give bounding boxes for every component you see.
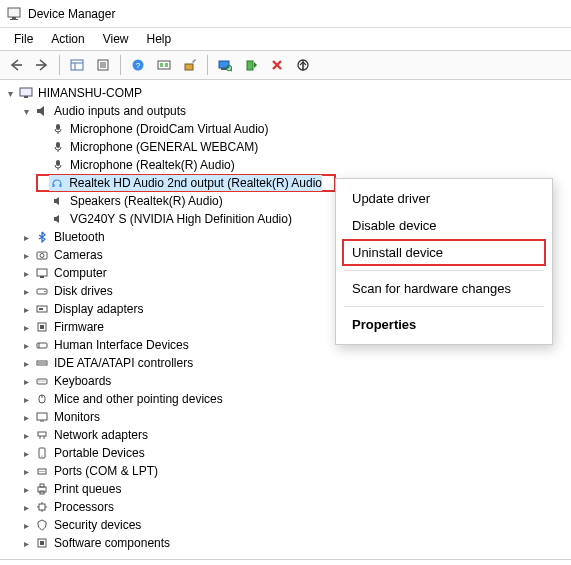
- context-uninstall-device[interactable]: Uninstall device: [342, 239, 546, 266]
- computer-icon: [18, 85, 34, 101]
- expand-icon[interactable]: ▸: [20, 321, 32, 333]
- speaker-icon: [50, 193, 66, 209]
- tree-category-ide[interactable]: ▸IDE ATA/ATAPI controllers: [4, 354, 571, 372]
- svg-rect-35: [37, 269, 47, 276]
- toolbar-separator: [120, 55, 121, 75]
- tree-category-monitors[interactable]: ▸Monitors: [4, 408, 571, 426]
- expand-icon[interactable]: ▸: [20, 249, 32, 261]
- enable-device-button[interactable]: [239, 53, 263, 77]
- menu-view[interactable]: View: [95, 30, 137, 48]
- svg-rect-1: [12, 17, 16, 19]
- svg-rect-20: [247, 61, 253, 70]
- help-button[interactable]: ?: [126, 53, 150, 77]
- tree-category-network[interactable]: ▸Network adapters: [4, 426, 571, 444]
- tree-device-selected[interactable]: Realtek HD Audio 2nd output (Realtek(R) …: [36, 174, 336, 192]
- svg-rect-0: [8, 8, 20, 17]
- action-view-button[interactable]: [152, 53, 176, 77]
- menu-file[interactable]: File: [6, 30, 41, 48]
- expand-icon[interactable]: ▸: [20, 339, 32, 351]
- tree-category-keyboards[interactable]: ▸Keyboards: [4, 372, 571, 390]
- network-icon: [34, 427, 50, 443]
- expand-icon[interactable]: ▸: [20, 519, 32, 531]
- tree-node-label: Ports (COM & LPT): [54, 464, 158, 478]
- expand-icon[interactable]: ▸: [20, 393, 32, 405]
- svg-rect-36: [40, 276, 44, 278]
- back-button[interactable]: [4, 53, 28, 77]
- expand-icon[interactable]: ▸: [20, 357, 32, 369]
- svg-point-60: [41, 455, 42, 456]
- ports-icon: [34, 463, 50, 479]
- tree-device[interactable]: Microphone (GENERAL WEBCAM): [4, 138, 571, 156]
- expand-icon[interactable]: ▸: [20, 447, 32, 459]
- expand-icon[interactable]: ▸: [20, 231, 32, 243]
- tree-node-label: VG240Y S (NVIDIA High Definition Audio): [70, 212, 292, 226]
- ide-controller-icon: [34, 355, 50, 371]
- tree-category-security[interactable]: ▸Security devices: [4, 516, 571, 534]
- expand-icon[interactable]: ▸: [20, 537, 32, 549]
- svg-rect-25: [56, 124, 60, 130]
- toolbar: ?: [0, 50, 571, 80]
- svg-rect-2: [10, 19, 18, 20]
- disable-device-button[interactable]: [291, 53, 315, 77]
- svg-point-51: [45, 381, 46, 382]
- svg-line-19: [231, 70, 233, 72]
- menu-help[interactable]: Help: [139, 30, 180, 48]
- expand-icon[interactable]: ▾: [20, 105, 32, 117]
- svg-rect-40: [39, 308, 43, 310]
- disk-icon: [34, 283, 50, 299]
- expand-icon[interactable]: ▸: [20, 303, 32, 315]
- tree-node-label: Cameras: [54, 248, 103, 262]
- tree-node-label: Keyboards: [54, 374, 111, 388]
- tree-category-processors[interactable]: ▸Processors: [4, 498, 571, 516]
- scan-hardware-button[interactable]: [213, 53, 237, 77]
- speaker-icon: [34, 103, 50, 119]
- svg-point-63: [41, 471, 42, 472]
- context-update-driver[interactable]: Update driver: [336, 185, 552, 212]
- tree-root[interactable]: ▾ HIMANSHU-COMP: [4, 84, 571, 102]
- tree-node-label: Print queues: [54, 482, 121, 496]
- expand-icon[interactable]: ▸: [20, 285, 32, 297]
- menu-action[interactable]: Action: [43, 30, 92, 48]
- speaker-icon: [50, 211, 66, 227]
- svg-rect-16: [219, 61, 229, 68]
- expand-icon[interactable]: ▸: [20, 411, 32, 423]
- tree-category-mice[interactable]: ▸Mice and other pointing devices: [4, 390, 571, 408]
- svg-rect-31: [53, 184, 55, 187]
- context-disable-device[interactable]: Disable device: [336, 212, 552, 239]
- computer-icon: [34, 265, 50, 281]
- expand-icon[interactable]: ▸: [20, 375, 32, 387]
- microphone-icon: [50, 139, 66, 155]
- expand-icon[interactable]: ▸: [20, 465, 32, 477]
- update-driver-button[interactable]: [178, 53, 202, 77]
- tree-device[interactable]: Microphone (DroidCam Virtual Audio): [4, 120, 571, 138]
- expand-icon[interactable]: ▾: [4, 87, 16, 99]
- uninstall-device-button[interactable]: [265, 53, 289, 77]
- tree-device[interactable]: Microphone (Realtek(R) Audio): [4, 156, 571, 174]
- context-properties[interactable]: Properties: [336, 311, 552, 338]
- svg-point-50: [43, 381, 44, 382]
- svg-text:?: ?: [136, 61, 141, 70]
- svg-rect-12: [158, 61, 170, 69]
- tree-node-label: Display adapters: [54, 302, 143, 316]
- forward-button[interactable]: [30, 53, 54, 77]
- tree-category-software[interactable]: ▸Software components: [4, 534, 571, 552]
- tree-category-audio[interactable]: ▾ Audio inputs and outputs: [4, 102, 571, 120]
- tree-node-label: Firmware: [54, 320, 104, 334]
- tree-category-print-queues[interactable]: ▸Print queues: [4, 480, 571, 498]
- monitor-icon: [34, 409, 50, 425]
- tree-node-label: Realtek HD Audio 2nd output (Realtek(R) …: [69, 176, 322, 190]
- expand-icon[interactable]: ▸: [20, 501, 32, 513]
- context-scan-hardware[interactable]: Scan for hardware changes: [336, 275, 552, 302]
- properties-button[interactable]: [91, 53, 115, 77]
- titlebar: Device Manager: [0, 0, 571, 28]
- show-hide-tree-button[interactable]: [65, 53, 89, 77]
- tree-node-label: Mice and other pointing devices: [54, 392, 223, 406]
- svg-point-49: [41, 381, 42, 382]
- svg-rect-32: [60, 184, 62, 187]
- expand-icon[interactable]: ▸: [20, 267, 32, 279]
- expand-icon[interactable]: ▸: [20, 483, 32, 495]
- tree-category-portable[interactable]: ▸Portable Devices: [4, 444, 571, 462]
- expand-icon[interactable]: ▸: [20, 429, 32, 441]
- tree-category-ports[interactable]: ▸Ports (COM & LPT): [4, 462, 571, 480]
- printer-icon: [34, 481, 50, 497]
